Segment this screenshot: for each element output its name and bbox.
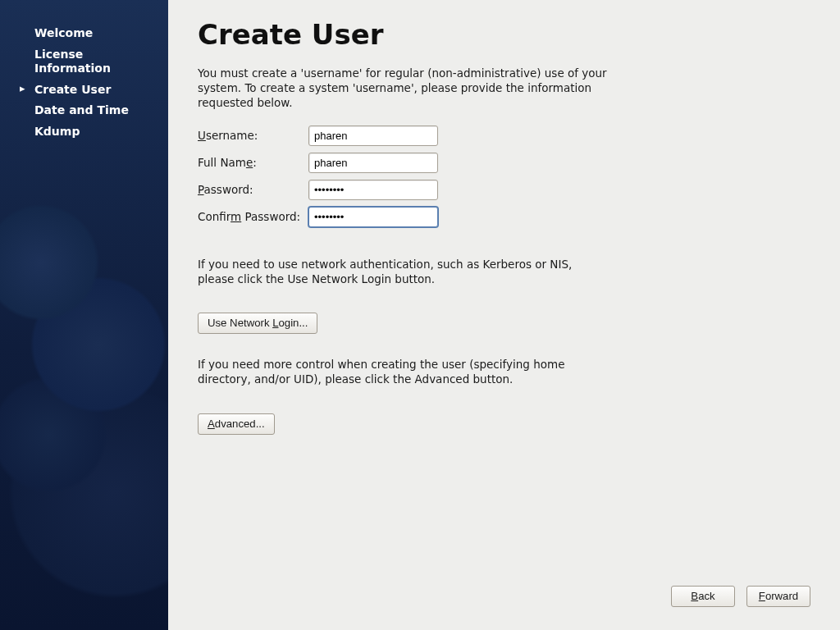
forward-button[interactable]: Forward bbox=[746, 586, 810, 607]
sidebar-item-label: Kdump bbox=[34, 125, 80, 138]
back-button[interactable]: Back bbox=[671, 586, 735, 607]
fullname-input[interactable] bbox=[308, 153, 438, 173]
row-fullname: Full Name: bbox=[198, 153, 810, 173]
label-confirm: Confirm Password: bbox=[198, 210, 308, 223]
username-input[interactable] bbox=[308, 126, 438, 146]
sidebar-item-label: Date and Time bbox=[34, 103, 129, 116]
label-username: Username: bbox=[198, 129, 308, 142]
use-network-login-button[interactable]: Use Network Login... bbox=[198, 313, 317, 334]
sidebar-item-label: Welcome bbox=[34, 26, 93, 39]
sidebar-item-label: License Information bbox=[34, 48, 111, 75]
sidebar-item-date-time[interactable]: Date and Time bbox=[16, 100, 153, 121]
sidebar-item-license[interactable]: License Information bbox=[16, 44, 153, 80]
row-username: Username: bbox=[198, 126, 810, 146]
password-input[interactable] bbox=[308, 180, 438, 200]
advanced-text: If you need more control when creating t… bbox=[198, 357, 608, 386]
main-panel: Create User You must create a 'username'… bbox=[168, 0, 840, 630]
page-title: Create User bbox=[198, 18, 810, 51]
sidebar-item-create-user[interactable]: Create User bbox=[16, 80, 153, 101]
row-confirm: Confirm Password: bbox=[198, 207, 810, 227]
sidebar: Welcome License Information Create User … bbox=[0, 0, 168, 630]
network-login-text: If you need to use network authenticatio… bbox=[198, 257, 608, 286]
label-fullname: Full Name: bbox=[198, 156, 308, 169]
sidebar-item-welcome[interactable]: Welcome bbox=[16, 23, 153, 44]
confirm-password-input[interactable] bbox=[308, 207, 438, 227]
intro-text: You must create a 'username' for regular… bbox=[198, 66, 608, 111]
advanced-button[interactable]: Advanced... bbox=[198, 413, 275, 435]
label-password: Password: bbox=[198, 183, 308, 196]
row-password: Password: bbox=[198, 180, 810, 200]
sidebar-item-kdump[interactable]: Kdump bbox=[16, 121, 153, 143]
footer-buttons: Back Forward bbox=[671, 586, 810, 607]
sidebar-item-label: Create User bbox=[34, 83, 111, 96]
